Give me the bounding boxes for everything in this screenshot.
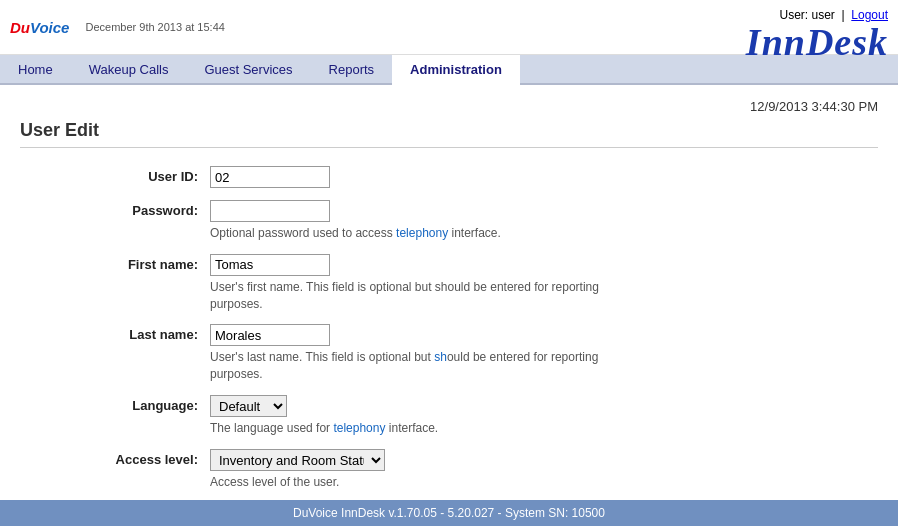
password-hint: Optional password used to access telepho… bbox=[210, 225, 630, 242]
password-row: Password: Optional password used to acce… bbox=[100, 200, 878, 242]
password-label: Password: bbox=[100, 200, 210, 218]
content-datetime: 12/9/2013 3:44:30 PM bbox=[20, 95, 878, 120]
nav-administration[interactable]: Administration bbox=[392, 55, 520, 85]
nav-wakeup-calls[interactable]: Wakeup Calls bbox=[71, 55, 187, 83]
last-name-hint: User's last name. This field is optional… bbox=[210, 349, 630, 383]
first-name-hint: User's first name. This field is optiona… bbox=[210, 279, 630, 313]
footer: DuVoice InnDesk v.1.70.05 - 5.20.027 - S… bbox=[0, 500, 898, 526]
language-hint: The language used for telephony interfac… bbox=[210, 420, 630, 437]
last-name-row: Last name: User's last name. This field … bbox=[100, 324, 878, 383]
access-level-select[interactable]: Inventory and Room Status Administrator … bbox=[210, 449, 385, 471]
user-edit-form: User ID: Password: Optional password use… bbox=[100, 166, 878, 526]
user-id-label: User ID: bbox=[100, 166, 210, 184]
access-level-hint: Access level of the user. bbox=[210, 474, 630, 491]
footer-text: DuVoice InnDesk v.1.70.05 - 5.20.027 - S… bbox=[293, 506, 605, 520]
header-datetime: December 9th 2013 at 15:44 bbox=[85, 21, 224, 33]
first-name-input[interactable] bbox=[210, 254, 330, 276]
nav-home[interactable]: Home bbox=[0, 55, 71, 83]
logo: DuVoice bbox=[10, 19, 69, 36]
language-row: Language: Default English Spanish French… bbox=[100, 395, 878, 437]
nav-guest-services[interactable]: Guest Services bbox=[186, 55, 310, 83]
language-label: Language: bbox=[100, 395, 210, 413]
language-select[interactable]: Default English Spanish French bbox=[210, 395, 287, 417]
nav-reports[interactable]: Reports bbox=[311, 55, 393, 83]
last-name-label: Last name: bbox=[100, 324, 210, 342]
page-title: User Edit bbox=[20, 120, 878, 148]
access-level-label: Access level: bbox=[100, 449, 210, 467]
password-input[interactable] bbox=[210, 200, 330, 222]
first-name-row: First name: User's first name. This fiel… bbox=[100, 254, 878, 313]
access-level-row: Access level: Inventory and Room Status … bbox=[100, 449, 878, 491]
first-name-label: First name: bbox=[100, 254, 210, 272]
last-name-input[interactable] bbox=[210, 324, 330, 346]
user-id-row: User ID: bbox=[100, 166, 878, 188]
user-id-input[interactable] bbox=[210, 166, 330, 188]
inndesk-logo: InnDesk bbox=[746, 21, 888, 63]
